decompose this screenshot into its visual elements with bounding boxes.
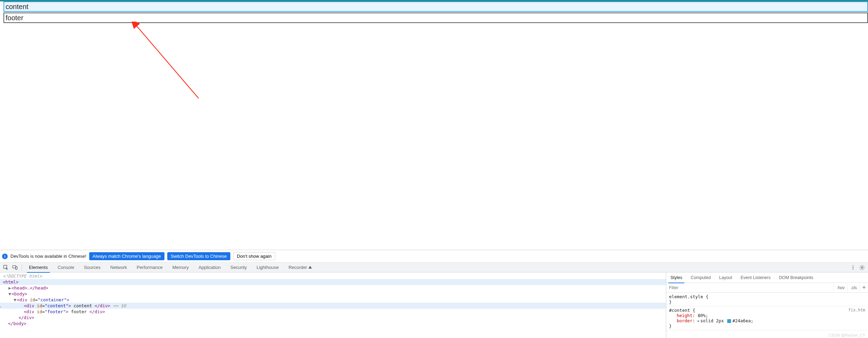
svg-point-6 <box>853 269 854 270</box>
tab-performance[interactable]: Performance <box>132 263 167 272</box>
gear-icon[interactable] <box>858 263 867 272</box>
tab-application[interactable]: Application <box>194 263 226 272</box>
page-area: content footer <box>0 0 868 250</box>
language-bar: i DevTools is now available in Chinese! … <box>0 250 868 263</box>
inspect-icon[interactable] <box>3 264 9 271</box>
svg-line-15 <box>860 269 861 269</box>
css-prop-border[interactable]: border: ▶solid 2px #24a6ea; <box>669 318 865 323</box>
dom-body-close[interactable]: </body> <box>0 321 666 326</box>
svg-point-7 <box>861 266 863 268</box>
color-swatch-icon[interactable] <box>727 319 731 323</box>
devtools-tabs: Elements Console Sources Network Perform… <box>0 263 868 272</box>
devtools-panel: i DevTools is now available in Chinese! … <box>0 250 868 338</box>
new-style-rule-button[interactable]: + <box>860 283 868 292</box>
always-match-button[interactable]: Always match Chrome's language <box>89 252 164 260</box>
svg-line-14 <box>863 265 864 266</box>
css-prop-height[interactable]: height: 80%; <box>669 313 865 318</box>
dom-html-open[interactable]: <html> <box>0 279 666 285</box>
hov-toggle[interactable]: :hov <box>834 283 847 292</box>
device-toggle-icon[interactable] <box>12 264 18 271</box>
tab-console[interactable]: Console <box>53 263 79 272</box>
dom-container-open[interactable]: ▼<div id="container"> <box>0 297 666 303</box>
dom-head[interactable]: ▶<head>…</head> <box>0 285 666 291</box>
tab-lighthouse[interactable]: Lighthouse <box>252 263 284 272</box>
content-box[interactable]: content <box>3 1 868 12</box>
side-tab-computed[interactable]: Computed <box>686 272 715 283</box>
toolbar-separator <box>22 264 22 271</box>
info-icon: i <box>2 254 8 259</box>
tab-security[interactable]: Security <box>225 263 252 272</box>
tab-elements[interactable]: Elements <box>24 263 53 272</box>
dom-content-node[interactable]: <div id="content"> content </div> == $0 <box>0 303 666 309</box>
styles-pane: Styles Computed Layout Event Listeners D… <box>666 272 868 338</box>
styles-side-tabs: Styles Computed Layout Event Listeners D… <box>666 272 868 283</box>
svg-line-0 <box>136 25 199 98</box>
styles-filter-input[interactable] <box>666 283 834 292</box>
more-tools-icon[interactable] <box>848 263 858 272</box>
svg-line-13 <box>863 269 864 269</box>
switch-language-button[interactable]: Switch DevTools to Chinese <box>167 252 230 260</box>
tab-recorder[interactable]: Recorder <box>284 263 317 272</box>
dom-footer-node[interactable]: <div id="footer"> footer </div> <box>0 309 666 315</box>
styles-filter-row: :hov .cls + <box>666 283 868 293</box>
expand-shorthand-icon[interactable]: ▶ <box>698 319 699 323</box>
side-tab-styles[interactable]: Styles <box>666 272 686 283</box>
tab-memory[interactable]: Memory <box>168 263 194 272</box>
dont-show-again-button[interactable]: Don't show again <box>233 252 275 260</box>
side-tab-layout[interactable]: Layout <box>715 272 737 283</box>
dom-container-close[interactable]: </div> <box>0 315 666 321</box>
dom-doctype[interactable]: <!DOCTYPE html> <box>0 273 666 279</box>
dom-body-open[interactable]: ▼<body> <box>0 291 666 297</box>
language-message: DevTools is now available in Chinese! <box>10 254 86 259</box>
cls-toggle[interactable]: .cls <box>847 283 860 292</box>
rule-source-link[interactable]: fix.htm <box>848 308 865 313</box>
tab-network[interactable]: Network <box>106 263 132 272</box>
devtools-panes: <!DOCTYPE html> <html> ▶<head>…</head> ▼… <box>0 272 868 338</box>
svg-point-4 <box>853 265 854 266</box>
footer-box[interactable]: footer <box>3 13 868 23</box>
annotation-arrow <box>129 22 209 102</box>
recorder-preview-icon <box>308 266 312 269</box>
dom-tree[interactable]: <!DOCTYPE html> <html> ▶<head>…</head> ▼… <box>0 272 666 338</box>
tab-sources[interactable]: Sources <box>79 263 106 272</box>
svg-point-5 <box>853 267 854 268</box>
element-style-rule[interactable]: element.style { } <box>666 293 868 306</box>
svg-line-12 <box>860 265 861 266</box>
content-css-rule[interactable]: fix.htm #content { height: 80%; border: … <box>666 306 868 330</box>
side-tab-event-listeners[interactable]: Event Listeners <box>736 272 775 283</box>
side-tab-dom-breakpoints[interactable]: DOM Breakpoints <box>775 272 817 283</box>
